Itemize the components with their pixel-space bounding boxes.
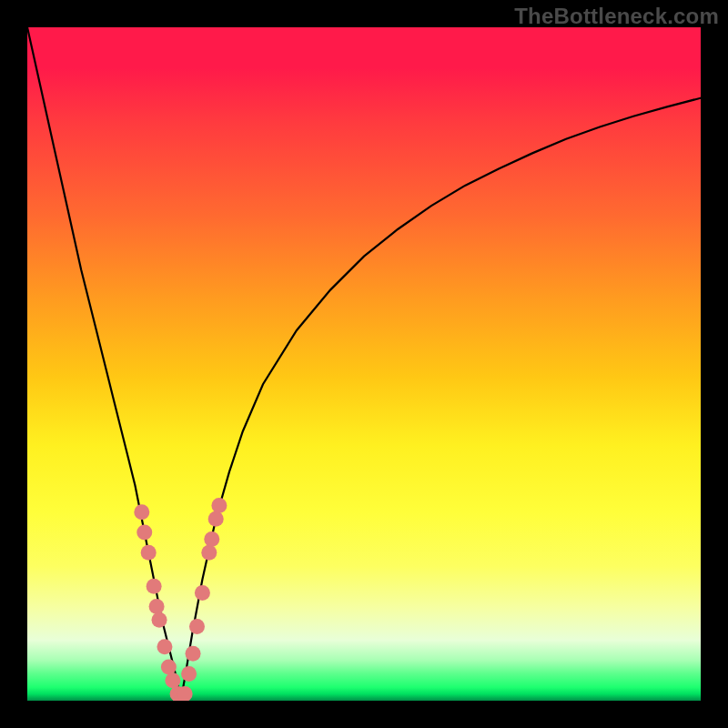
- curve-layer: [27, 27, 701, 701]
- data-marker: [186, 646, 201, 662]
- plot-area: [27, 27, 701, 701]
- data-marker: [211, 498, 227, 513]
- data-marker: [165, 672, 180, 688]
- data-marker: [134, 504, 149, 520]
- data-marker: [208, 511, 224, 527]
- data-marker: [181, 666, 197, 682]
- chart-frame: TheBottleneck.com: [0, 0, 728, 728]
- data-marker: [147, 579, 162, 594]
- data-marker: [195, 585, 210, 601]
- data-marker: [152, 612, 167, 628]
- watermark-text: TheBottleneck.com: [514, 4, 719, 29]
- data-marker: [141, 545, 157, 561]
- curve-right-branch: [181, 98, 701, 701]
- data-marker: [161, 660, 177, 675]
- data-marker: [157, 639, 172, 654]
- data-marker: [189, 619, 205, 634]
- data-marker: [204, 531, 219, 547]
- data-marker: [201, 545, 217, 561]
- data-marker: [136, 525, 152, 541]
- data-marker: [149, 599, 165, 614]
